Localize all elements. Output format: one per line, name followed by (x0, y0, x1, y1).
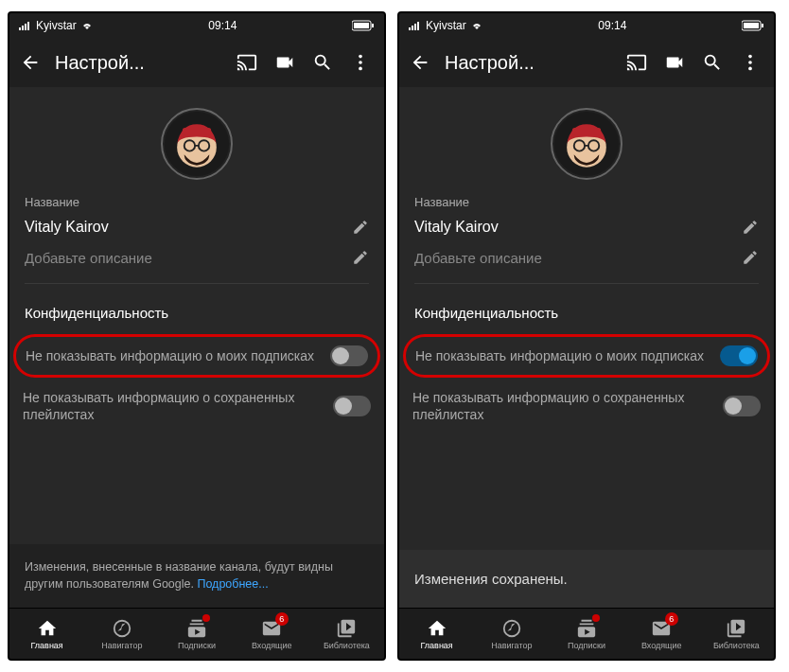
hide-playlists-toggle[interactable] (723, 396, 761, 416)
nav-inbox[interactable]: 6 Входящие (235, 609, 309, 659)
camera-icon[interactable] (664, 52, 685, 73)
nav-subs[interactable]: Подписки (549, 609, 623, 659)
inbox-badge: 6 (275, 612, 289, 626)
svg-rect-3 (27, 22, 29, 30)
hide-playlists-label: Не показывать информацию о сохраненных п… (23, 389, 322, 423)
saved-toast: Изменения сохранены. (399, 550, 774, 608)
bottom-nav: Главная Навигатор Подписки 6 Входящие Би… (9, 608, 384, 659)
nav-home[interactable]: Главная (399, 609, 474, 659)
notice-text: Изменения, внесенные в название канала, … (25, 560, 333, 591)
hide-playlists-row[interactable]: Не показывать информацию о сохраненных п… (9, 378, 384, 434)
name-label: Название (9, 187, 384, 209)
svg-rect-12 (183, 128, 211, 135)
subs-badge (202, 614, 210, 622)
nav-explore[interactable]: Навигатор (474, 609, 549, 659)
nav-inbox-label: Входящие (252, 641, 292, 650)
description-field[interactable]: Добавьте описание (25, 250, 342, 266)
nav-home-label: Главная (420, 641, 452, 650)
back-button[interactable] (407, 49, 433, 76)
nav-explore-label: Навигатор (491, 641, 532, 650)
nav-explore[interactable]: Навигатор (84, 609, 159, 659)
nav-library[interactable]: Библиотека (699, 609, 774, 659)
nav-subs-label: Подписки (568, 641, 605, 650)
carrier-label: Kyivstar (36, 19, 77, 32)
avatar[interactable] (161, 108, 233, 180)
more-icon[interactable] (740, 52, 761, 73)
signal-icon (409, 21, 422, 30)
nav-subs[interactable]: Подписки (159, 609, 234, 659)
more-icon[interactable] (350, 52, 371, 73)
status-bar: Kyivstar 09:14 (9, 13, 384, 38)
nav-library-label: Библиотека (713, 641, 760, 650)
wifi-icon (470, 21, 483, 30)
edit-desc-icon[interactable] (352, 249, 369, 266)
settings-content: Название Vitaly Kairov Добавьте описание… (399, 87, 774, 608)
svg-rect-22 (744, 23, 759, 28)
clock-label: 09:14 (598, 19, 626, 32)
svg-point-8 (359, 61, 362, 64)
edit-name-icon[interactable] (742, 219, 759, 236)
inbox-badge: 6 (665, 612, 678, 626)
hide-playlists-label: Не показывать информацию о сохраненных п… (412, 389, 711, 423)
hide-playlists-row[interactable]: Не показывать информацию о сохраненных п… (399, 378, 774, 434)
nav-subs-label: Подписки (178, 641, 216, 650)
cast-icon[interactable] (626, 52, 647, 73)
nav-library-label: Библиотека (324, 641, 370, 650)
hide-playlists-toggle[interactable] (333, 396, 371, 416)
notice-link[interactable]: Подробнее... (197, 577, 268, 591)
svg-rect-5 (372, 24, 374, 27)
svg-rect-16 (409, 27, 411, 30)
svg-rect-17 (412, 26, 413, 30)
compass-icon (112, 618, 132, 639)
description-field[interactable]: Добавьте описание (414, 250, 732, 266)
nav-home-label: Главная (30, 641, 62, 650)
bottom-nav: Главная Навигатор Подписки 6 Входящие Би… (399, 608, 774, 659)
battery-icon (742, 20, 764, 31)
settings-content: Название Vitaly Kairov Добавьте описание… (9, 87, 384, 608)
library-icon (726, 618, 746, 639)
nav-library[interactable]: Библиотека (309, 609, 384, 659)
phone-screenshot-left: Kyivstar 09:14 Настрой... (8, 11, 386, 661)
cast-icon[interactable] (237, 52, 257, 73)
header-title: Настрой... (445, 52, 535, 74)
privacy-section-title: Конфиденциальность (9, 284, 384, 334)
app-header: Настрой... (9, 38, 384, 87)
svg-point-24 (748, 61, 752, 64)
camera-icon[interactable] (274, 52, 295, 73)
status-bar: Kyivstar 09:14 (399, 13, 774, 38)
back-button[interactable] (17, 49, 44, 76)
hide-subscriptions-row[interactable]: Не показывать информацию о моих подписка… (403, 334, 770, 378)
svg-point-23 (748, 55, 752, 59)
battery-icon (352, 20, 375, 31)
phone-screenshot-right: Kyivstar 09:14 Настрой... (397, 11, 776, 661)
svg-rect-6 (354, 23, 369, 28)
nav-home[interactable]: Главная (9, 609, 84, 659)
svg-rect-18 (414, 24, 416, 30)
svg-rect-19 (417, 22, 419, 30)
name-label: Название (399, 187, 774, 209)
svg-rect-1 (22, 26, 24, 30)
hide-subscriptions-label: Не показывать информацию о моих подписка… (26, 347, 319, 364)
nav-inbox[interactable]: 6 Входящие (624, 609, 699, 659)
subs-badge (592, 614, 600, 622)
channel-name-notice: Изменения, внесенные в название канала, … (9, 544, 384, 608)
carrier-label: Kyivstar (426, 19, 466, 32)
edit-name-icon[interactable] (352, 219, 369, 236)
search-icon[interactable] (702, 52, 723, 73)
wifi-icon (80, 21, 94, 30)
home-icon (37, 618, 58, 639)
hide-subscriptions-toggle[interactable] (330, 345, 368, 366)
nav-explore-label: Навигатор (101, 641, 142, 650)
name-value: Vitaly Kairov (25, 219, 342, 236)
hide-subscriptions-toggle[interactable] (720, 345, 758, 366)
svg-rect-28 (572, 128, 601, 135)
svg-point-9 (359, 67, 362, 71)
svg-rect-2 (25, 24, 26, 30)
signal-icon (19, 21, 32, 30)
avatar[interactable] (551, 108, 622, 180)
edit-desc-icon[interactable] (742, 249, 759, 266)
clock-label: 09:14 (208, 19, 237, 32)
hide-subscriptions-label: Не показывать информацию о моих подписка… (415, 347, 709, 364)
hide-subscriptions-row[interactable]: Не показывать информацию о моих подписка… (13, 334, 380, 378)
search-icon[interactable] (312, 52, 333, 73)
